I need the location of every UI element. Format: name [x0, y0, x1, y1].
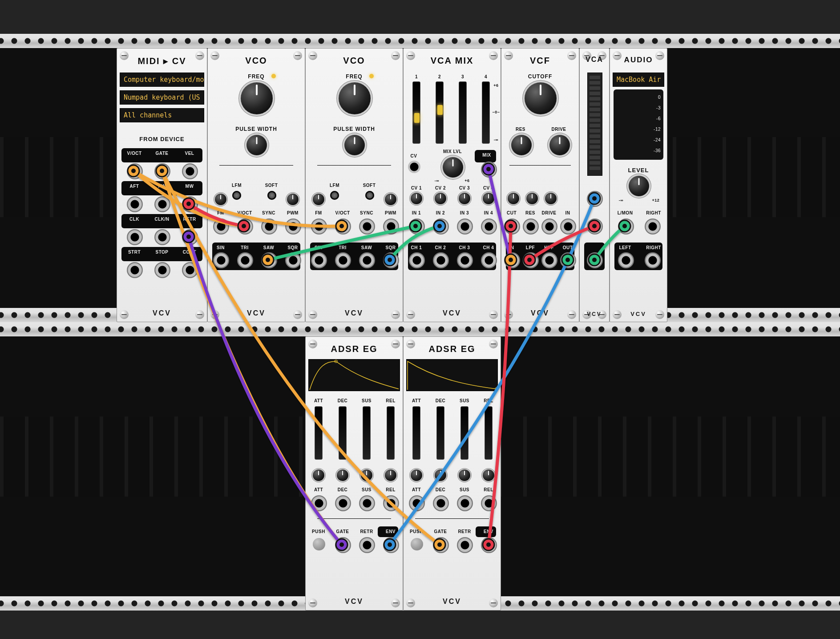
ch3-slider[interactable]	[459, 81, 467, 144]
freq-knob[interactable]	[241, 82, 273, 114]
jack-att-cv[interactable]	[311, 495, 327, 511]
rel-cv-knob[interactable]	[483, 469, 494, 481]
dec-slider[interactable]	[436, 406, 444, 460]
lfm-switch[interactable]	[232, 191, 241, 200]
jack-fm-in[interactable]	[311, 218, 327, 235]
jack-cut-cv[interactable]	[504, 218, 520, 235]
jack-ch3-out[interactable]	[457, 252, 473, 268]
jack-saw-out[interactable]	[261, 252, 277, 268]
jack-vca-cv[interactable]	[587, 191, 603, 207]
module-adsr-1[interactable]: ADSR EG ATT DEC SUS REL ATT DEC SUS REL …	[305, 336, 403, 611]
jack-ch4-out[interactable]	[481, 252, 497, 268]
jack-right-in[interactable]	[645, 218, 661, 235]
jack-tri-out[interactable]	[335, 252, 351, 268]
jack-gate-out[interactable]	[154, 163, 170, 179]
jack-left-out[interactable]	[618, 252, 634, 268]
rel-cv-knob[interactable]	[385, 469, 396, 481]
drive-atten-knob[interactable]	[545, 193, 557, 204]
jack-voct-in[interactable]	[237, 218, 253, 235]
pulse-width-knob[interactable]	[246, 135, 267, 155]
cv4-atten-knob[interactable]	[483, 193, 494, 204]
jack-gate-in[interactable]	[335, 537, 351, 553]
jack-hpf-out[interactable]	[541, 252, 557, 268]
sus-cv-knob[interactable]	[361, 469, 372, 481]
cut-atten-knob[interactable]	[508, 193, 519, 204]
midi-device-row[interactable]: Computer keyboard/mo	[120, 73, 204, 87]
jack-in4[interactable]	[481, 218, 497, 235]
jack-lpf-out[interactable]	[523, 252, 539, 268]
jack-right-out[interactable]	[645, 252, 661, 268]
module-midi-cv[interactable]: MIDI ▸ CV Computer keyboard/mo Numpad ke…	[117, 48, 207, 322]
jack-lmon-in[interactable]	[618, 218, 634, 235]
att-slider[interactable]	[412, 406, 420, 460]
jack-sus-cv[interactable]	[359, 495, 375, 511]
sus-cv-knob[interactable]	[459, 469, 470, 481]
dec-cv-knob[interactable]	[435, 469, 446, 481]
jack-cont-out[interactable]	[182, 262, 198, 278]
ch2-slider[interactable]	[436, 81, 444, 144]
jack-pwm-in[interactable]	[383, 218, 399, 235]
jack-tri-out[interactable]	[237, 252, 253, 268]
jack-env-out[interactable]	[383, 537, 399, 553]
ch4-slider[interactable]	[482, 81, 490, 144]
rel-slider[interactable]	[387, 406, 395, 460]
jack-in3[interactable]	[457, 218, 473, 235]
res-knob[interactable]	[511, 135, 532, 155]
soft-switch[interactable]	[365, 191, 374, 200]
dec-cv-knob[interactable]	[337, 469, 348, 481]
jack-vel-out[interactable]	[182, 163, 198, 179]
push-button[interactable]	[411, 538, 423, 550]
jack-drive-cv[interactable]	[541, 218, 557, 235]
fm-atten-knob[interactable]	[215, 194, 226, 205]
freq-knob[interactable]	[339, 82, 371, 114]
jack-clk-out[interactable]	[127, 229, 143, 245]
jack-rel-cv[interactable]	[383, 495, 399, 511]
sus-slider[interactable]	[460, 406, 468, 460]
jack-sync-in[interactable]	[359, 218, 375, 235]
cv2-atten-knob[interactable]	[435, 193, 446, 204]
midi-channel-row[interactable]: All channels	[120, 108, 204, 122]
soft-switch[interactable]	[267, 191, 276, 200]
jack-ch2-out[interactable]	[433, 252, 449, 268]
jack-retr-out[interactable]	[182, 229, 198, 245]
drive-knob[interactable]	[549, 135, 570, 155]
jack-sqr-out[interactable]	[383, 252, 399, 268]
jack-mw-out[interactable]	[182, 196, 198, 212]
jack-voct-in[interactable]	[335, 218, 351, 235]
level-knob[interactable]	[629, 176, 649, 196]
rel-slider[interactable]	[485, 406, 493, 460]
module-audio[interactable]: AUDIO MacBook Air 0 -3 -6 -12 -24 -36 LE…	[610, 48, 667, 322]
jack-mix-out[interactable]	[481, 162, 497, 178]
jack-gate-in[interactable]	[433, 537, 449, 553]
jack-ch1-out[interactable]	[409, 252, 425, 268]
jack-sqr-out[interactable]	[285, 252, 301, 268]
jack-voct-out[interactable]	[127, 163, 143, 179]
jack-env-out[interactable]	[481, 537, 497, 553]
jack-vcf-in[interactable]	[504, 252, 520, 268]
jack-sus-cv[interactable]	[457, 495, 473, 511]
module-adsr-2[interactable]: ADSR EG ATT DEC SUS REL ATT DEC SUS REL …	[403, 336, 501, 611]
midi-driver-row[interactable]: Numpad keyboard (US	[120, 90, 204, 105]
pulse-width-knob[interactable]	[344, 135, 365, 155]
jack-in1[interactable]	[409, 218, 425, 235]
jack-sin-out[interactable]	[311, 252, 327, 268]
lfm-switch[interactable]	[330, 191, 339, 200]
cv1-atten-knob[interactable]	[411, 193, 422, 204]
jack-sin-out[interactable]	[213, 252, 229, 268]
cutoff-knob[interactable]	[525, 82, 557, 114]
jack-vca-in[interactable]	[587, 218, 603, 235]
jack-stop-out[interactable]	[154, 262, 170, 278]
module-vca-mix[interactable]: VCA MIX 1 2 3 4 +6 −0− -∞ CV MIX LVL MIX…	[403, 48, 501, 322]
jack-clkn-out[interactable]	[154, 229, 170, 245]
jack-saw-out[interactable]	[359, 252, 375, 268]
jack-fm-in[interactable]	[213, 218, 229, 235]
jack-vca-out[interactable]	[587, 252, 603, 268]
audio-device-row[interactable]: MacBook Air	[613, 73, 664, 87]
jack-aft-out[interactable]	[127, 196, 143, 212]
push-button[interactable]	[313, 538, 325, 550]
jack-dec-cv[interactable]	[433, 495, 449, 511]
jack-in2[interactable]	[433, 218, 449, 235]
pwm-atten-knob[interactable]	[287, 194, 299, 205]
jack-rel-cv[interactable]	[481, 495, 497, 511]
jack-retr-in[interactable]	[457, 537, 473, 553]
